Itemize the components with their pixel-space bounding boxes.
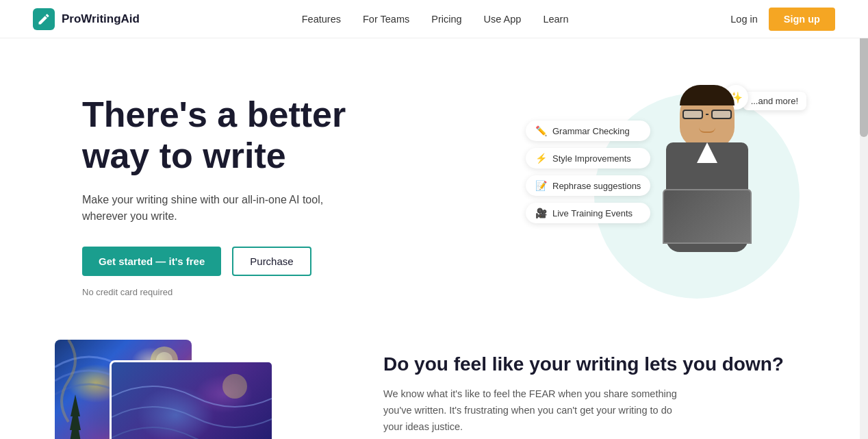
- section2-text: Do you feel like your writing lets you d…: [383, 340, 784, 436]
- pill-style-label: Style Improvements: [552, 153, 631, 164]
- pill-grammar-label: Grammar Checking: [552, 126, 630, 136]
- person-hair: [680, 85, 735, 105]
- section2: My idea in my head Do you feel like your…: [0, 340, 868, 439]
- hero-illustration: ...and more! ✨: [526, 79, 813, 312]
- hero-section: There's a better way to write Make your …: [0, 38, 868, 340]
- feature-pills: ✏️ Grammar Checking ⚡ Style Improvements…: [526, 121, 650, 223]
- nav-links: Features For Teams Pricing Use App Learn: [302, 14, 569, 25]
- get-started-button[interactable]: Get started — it's free: [82, 247, 221, 276]
- section2-body: We know what it's like to feel the FEAR …: [383, 386, 784, 436]
- navbar: ProWritingAid Features For Teams Pricing…: [0, 0, 868, 38]
- purchase-button[interactable]: Purchase: [232, 247, 311, 276]
- pill-style: ⚡ Style Improvements: [526, 148, 650, 168]
- pill-rephrase: 📝 Rephrase suggestions: [526, 175, 650, 196]
- hero-subtitle: Make your writing shine with our all-in-…: [82, 192, 346, 225]
- painting-stack: My idea in my head: [55, 340, 315, 439]
- person-figure: [639, 86, 776, 299]
- pill-rephrase-label: Rephrase suggestions: [552, 181, 641, 191]
- login-link[interactable]: Log in: [730, 14, 758, 25]
- logo-svg: [37, 12, 51, 26]
- pill-training: 🎥 Live Training Events: [526, 203, 650, 223]
- pill-style-icon: ⚡: [535, 153, 547, 164]
- brand-logo-link[interactable]: ProWritingAid: [33, 8, 140, 30]
- hero-content: There's a better way to write Make your …: [82, 95, 346, 297]
- person-glasses: [682, 110, 732, 119]
- page-scrollbar[interactable]: [860, 0, 868, 439]
- nav-for-teams[interactable]: For Teams: [363, 14, 409, 25]
- pill-grammar: ✏️ Grammar Checking: [526, 121, 650, 141]
- nav-pricing[interactable]: Pricing: [431, 14, 461, 25]
- signup-button[interactable]: Sign up: [769, 8, 835, 31]
- no-credit-text: No credit card required: [82, 287, 346, 297]
- section2-images: My idea in my head: [55, 340, 342, 439]
- nav-features[interactable]: Features: [302, 14, 341, 25]
- fg-swirl-svg: [112, 362, 274, 439]
- person-laptop: [663, 189, 752, 244]
- pill-training-icon: 🎥: [535, 208, 547, 218]
- svg-point-2: [222, 374, 247, 399]
- pill-rephrase-icon: 📝: [535, 180, 547, 191]
- section2-title: Do you feel like your writing lets you d…: [383, 353, 784, 375]
- hero-title: There's a better way to write: [82, 95, 346, 177]
- nav-actions: Log in Sign up: [730, 8, 835, 31]
- pill-grammar-icon: ✏️: [535, 125, 547, 136]
- pill-training-label: Live Training Events: [552, 208, 633, 218]
- nav-learn[interactable]: Learn: [543, 14, 568, 25]
- painting-fg: [110, 360, 274, 439]
- brand-name: ProWritingAid: [62, 12, 140, 26]
- nav-use-app[interactable]: Use App: [484, 14, 522, 25]
- hero-ctas: Get started — it's free Purchase: [82, 247, 346, 276]
- logo-icon: [33, 8, 55, 30]
